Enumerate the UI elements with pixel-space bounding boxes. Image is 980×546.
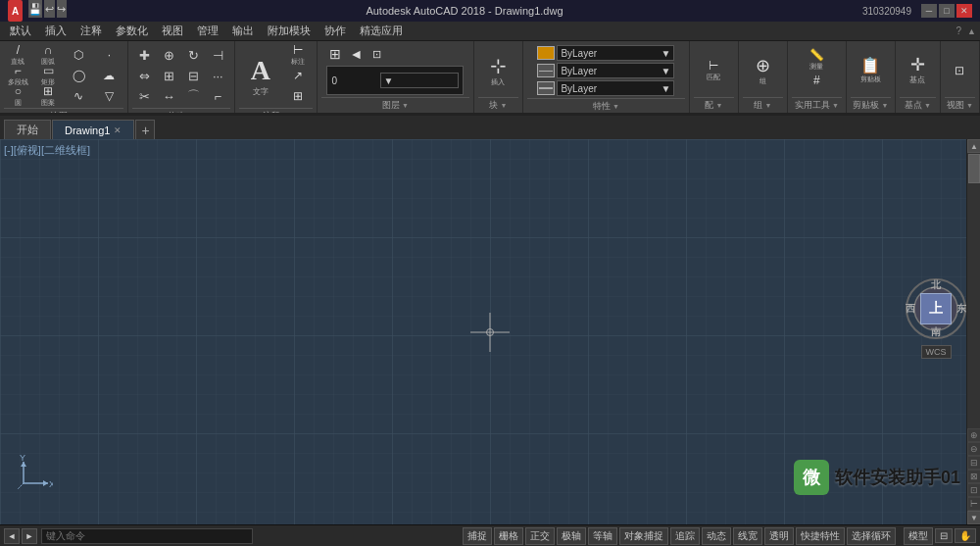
maximize-btn[interactable]: □ <box>939 4 955 18</box>
rotate-tool[interactable]: ↻ <box>181 45 205 65</box>
chamfer-tool[interactable]: ⌐ <box>206 86 229 106</box>
extend-tool[interactable]: ↔ <box>157 86 180 106</box>
cloud-tool[interactable]: ☁ <box>95 66 122 85</box>
rect-tool[interactable]: ▭ 矩形 <box>34 66 62 85</box>
scroll-tool-1[interactable]: ⊕ <box>967 428 980 442</box>
tab-new-btn[interactable]: + <box>135 120 155 139</box>
ellipse-tool[interactable]: ◯ <box>65 66 92 85</box>
nav-face-btn[interactable]: 上 <box>920 293 952 324</box>
color-dropdown[interactable]: ByLayer ▼ <box>557 45 674 61</box>
tab-close-icon[interactable]: ✕ <box>114 125 122 135</box>
undo-btn[interactable]: ↩ <box>44 0 54 18</box>
ribbon-collapse[interactable]: ▲ <box>967 26 976 36</box>
lineweight-dropdown[interactable]: ByLayer ▼ <box>557 80 674 96</box>
dyn-btn[interactable]: 动态 <box>702 527 731 545</box>
basepoint-btn[interactable]: ✛ 基点 <box>901 48 934 93</box>
properties-panel-label[interactable]: 特性 ▼ <box>527 98 685 114</box>
status-prev-btn[interactable]: ◄ <box>4 528 20 544</box>
autocad-logo[interactable]: A <box>8 0 23 22</box>
command-input[interactable] <box>41 528 253 544</box>
menu-default[interactable]: 默认 <box>4 22 37 40</box>
view-btn[interactable]: ⊡ <box>946 61 973 80</box>
model-btn[interactable]: 模型 <box>904 527 933 545</box>
scale-tool[interactable]: ⊞ <box>157 66 180 85</box>
status-next-btn[interactable]: ► <box>22 528 37 544</box>
wipeout-tool[interactable]: ▽ <box>95 86 122 106</box>
isnap-btn[interactable]: 等轴 <box>588 527 617 545</box>
tp-btn[interactable]: 透明 <box>764 527 794 545</box>
insert-btn[interactable]: ⊹ 插入 <box>479 48 516 93</box>
move-tool[interactable]: ✚ <box>132 45 156 65</box>
match-panel-label[interactable]: 配 ▼ <box>694 97 734 113</box>
drawing-area[interactable]: [-][俯视][二维线框] 上 北 南 东 西 W <box>0 139 980 524</box>
layer-mgr-btn[interactable]: ⊞ <box>326 45 344 63</box>
pan-btn[interactable]: ✋ <box>955 528 976 543</box>
scrollbar-thumb[interactable] <box>968 154 980 183</box>
copy-tool[interactable]: ⊕ <box>157 45 180 65</box>
menu-annotate[interactable]: 注释 <box>74 22 108 40</box>
grid-btn[interactable]: 栅格 <box>494 527 523 545</box>
count-btn[interactable]: # <box>803 71 830 90</box>
layers-panel-label[interactable]: 图层 ▼ <box>321 97 469 113</box>
menu-featured[interactable]: 精选应用 <box>354 22 409 40</box>
scroll-down-btn[interactable]: ▼ <box>967 511 980 524</box>
group-btn[interactable]: ⊕ 组 <box>745 48 780 93</box>
ortho-btn[interactable]: 正交 <box>525 527 555 545</box>
scroll-tool-2[interactable]: ⊖ <box>967 442 980 456</box>
menu-parametric[interactable]: 参数化 <box>110 22 154 40</box>
leader-tool[interactable]: ↗ <box>284 66 312 85</box>
modify-panel-label[interactable]: 修改 ▼ <box>132 108 230 115</box>
tab-start[interactable]: 开始 <box>4 120 51 139</box>
layer-dropdown[interactable]: 0 ▼ <box>326 66 464 95</box>
scroll-tool-5[interactable]: ⊡ <box>967 483 980 497</box>
layer-prev-btn[interactable]: ◄ <box>347 45 365 63</box>
hatch-tool[interactable]: ⊞ 图案 <box>34 86 62 106</box>
dim-tool[interactable]: ⊢ 标注 <box>284 45 312 65</box>
table-tool[interactable]: ⊞ <box>284 86 312 106</box>
basepoint-panel-label[interactable]: 基点 ▼ <box>900 97 936 113</box>
measure-btn[interactable]: 📏 测量 <box>803 50 830 70</box>
osnap-btn[interactable]: 对象捕捉 <box>619 527 668 545</box>
linetype-dropdown[interactable]: ByLayer ▼ <box>557 63 674 78</box>
group-panel-label[interactable]: 组 ▼ <box>743 97 783 113</box>
menu-insert[interactable]: 插入 <box>39 22 73 40</box>
mirror-tool[interactable]: ⊣ <box>206 45 229 65</box>
scroll-tool-6[interactable]: ⊢ <box>967 497 980 511</box>
tab-drawing1[interactable]: Drawing1 ✕ <box>52 120 134 139</box>
polar-btn[interactable]: 极轴 <box>557 527 586 545</box>
sel-btn[interactable]: 选择循环 <box>847 527 896 545</box>
annotation-panel-label[interactable]: 注释 ▼ <box>239 108 313 115</box>
zoom-btn[interactable]: ⊟ <box>935 528 953 543</box>
wcs-btn[interactable]: WCS <box>921 345 952 359</box>
text-tool[interactable]: A 文字 <box>240 51 281 100</box>
clipboard-panel-label[interactable]: 剪贴板 ▼ <box>851 97 891 113</box>
utilities-panel-label[interactable]: 实用工具 ▼ <box>792 97 842 113</box>
draw-panel-label[interactable]: 绘图 ▼ <box>4 108 123 115</box>
spline-tool[interactable]: ∿ <box>65 86 92 106</box>
minimize-btn[interactable]: ─ <box>921 4 937 18</box>
line-tool[interactable]: / 直线 <box>4 45 31 65</box>
snap-btn[interactable]: 捕捉 <box>463 527 492 545</box>
qp-btn[interactable]: 快捷特性 <box>796 527 845 545</box>
trim-tool[interactable]: ✂ <box>132 86 156 106</box>
view-label[interactable]: [-][俯视][二维线框] <box>4 143 90 158</box>
circle-tool[interactable]: ○ 圆 <box>4 86 31 106</box>
quick-save-btn[interactable]: 💾 <box>28 0 42 18</box>
scroll-tool-4[interactable]: ⊠ <box>967 470 980 483</box>
ribbon-help[interactable]: ? <box>956 25 962 36</box>
arc-tool[interactable]: ∩ 圆弧 <box>34 45 62 65</box>
polyline-tool[interactable]: ⌐ 多段线 <box>4 66 31 85</box>
block-panel-label[interactable]: 块 ▼ <box>478 97 518 113</box>
view-panel-label[interactable]: 视图 ▼ <box>945 97 975 113</box>
close-btn[interactable]: ✕ <box>956 4 972 18</box>
fillet-tool[interactable]: ⌒ <box>181 86 205 106</box>
lw-btn[interactable]: 线宽 <box>733 527 762 545</box>
scrollbar-track[interactable] <box>967 153 980 428</box>
scroll-up-btn[interactable]: ▲ <box>967 139 980 153</box>
array-tool[interactable]: ⊟ <box>181 66 205 85</box>
polygon-tool[interactable]: ⬡ <box>65 45 92 65</box>
paste-btn[interactable]: 📋 剪贴板 <box>855 48 886 93</box>
point-tool[interactable]: · <box>95 45 122 65</box>
menu-addins[interactable]: 附加模块 <box>262 22 317 40</box>
menu-collab[interactable]: 协作 <box>318 22 352 40</box>
